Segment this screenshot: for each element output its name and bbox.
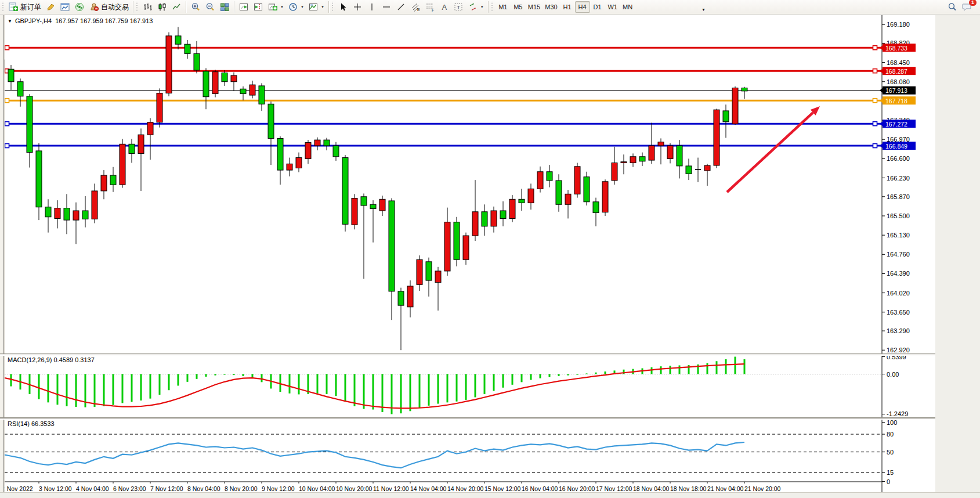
fibonacci-tool-button[interactable]: F — [423, 1, 437, 13]
new-chart-icon — [60, 2, 70, 12]
arrow-shapes-icon — [468, 2, 478, 12]
price-axis[interactable] — [882, 15, 935, 479]
line-chart-icon — [172, 2, 182, 12]
macd-indicator-label: MACD(12,26,9) 0.4589 0.3137 — [8, 356, 95, 363]
channel-tool-button[interactable]: E — [408, 1, 423, 13]
periods-clock-icon — [288, 2, 298, 12]
equidistant-channel-icon: E — [411, 2, 421, 12]
svg-text:E: E — [417, 8, 420, 12]
chat-button[interactable]: 1 — [960, 1, 974, 13]
toolbar-grip[interactable] — [136, 2, 139, 12]
chevron-down-icon: ▼ — [321, 5, 324, 9]
text-label-tool-button[interactable]: T — [451, 1, 466, 13]
hline-anchor-right[interactable] — [873, 46, 877, 50]
templates-button[interactable]: ▼ — [306, 1, 327, 13]
hline-anchor-left[interactable] — [5, 144, 9, 148]
zoom-out-button[interactable] — [203, 1, 218, 13]
toolbar-separator — [234, 1, 235, 13]
chart-shift-button[interactable] — [251, 1, 266, 13]
timeframe-h1[interactable]: H1 — [560, 1, 575, 13]
candlestick-chart-button[interactable] — [155, 1, 169, 13]
text-tool-button[interactable]: A — [437, 1, 451, 13]
shapes-tool-button[interactable]: ▼ — [466, 1, 486, 13]
autotrade-icon — [89, 2, 99, 12]
timeframe-mn[interactable]: MN — [620, 1, 635, 13]
toolbar-separator — [488, 1, 489, 13]
time-axis[interactable] — [5, 482, 882, 492]
new-order-button[interactable]: 新订单 — [6, 1, 44, 13]
candlestick-chart-icon — [157, 2, 167, 12]
hline-anchor-right[interactable] — [873, 69, 877, 73]
toolbar-grip[interactable] — [332, 2, 334, 12]
timeframe-m1[interactable]: M1 — [496, 1, 511, 13]
toolbar-separator — [328, 1, 330, 13]
hline-anchor-right[interactable] — [873, 144, 877, 148]
cursor-icon — [338, 2, 348, 12]
templates-icon — [309, 2, 319, 12]
indicators-button[interactable]: ▼ — [266, 1, 286, 13]
text-icon: A — [442, 3, 447, 12]
toolbar-grip[interactable] — [2, 2, 5, 12]
toolbar-overflow-icon[interactable]: ▼ — [701, 8, 706, 12]
indicators-icon — [268, 2, 278, 12]
signals-button[interactable] — [73, 1, 87, 13]
cursor-tool-button[interactable] — [336, 1, 350, 13]
new-chart-button[interactable] — [58, 1, 73, 13]
hline-anchor-left[interactable] — [5, 122, 9, 126]
timeframe-h4[interactable]: H4 — [575, 1, 590, 13]
chevron-down-icon: ▼ — [480, 5, 484, 9]
fibonacci-icon: F — [425, 2, 435, 12]
timeframe-w1[interactable]: W1 — [605, 1, 620, 13]
crosshair-icon — [353, 2, 363, 12]
chart-left-border — [0, 15, 5, 492]
hline-anchor-left[interactable] — [5, 46, 9, 50]
vertical-line-tool-button[interactable] — [365, 1, 379, 13]
tile-windows-button[interactable] — [218, 1, 232, 13]
svg-text:F: F — [432, 8, 434, 12]
notification-badge: 1 — [969, 0, 977, 6]
text-label-icon: T — [454, 2, 464, 12]
timeframe-m5[interactable]: M5 — [511, 1, 526, 13]
autotrade-label: 自动交易 — [101, 2, 129, 12]
trendline-tool-button[interactable] — [394, 1, 408, 13]
vertical-line-icon — [367, 2, 377, 12]
chart-window: 169.180168.820168.450168.080167.710167.3… — [0, 15, 980, 498]
horizontal-line-icon — [382, 2, 392, 12]
toolbar: 新订单 自动交易 — [0, 0, 980, 15]
zoom-in-icon — [191, 2, 201, 12]
chevron-down-icon: ▼ — [301, 5, 304, 9]
chart-title: ▼ GBPJPY-,H4 167.957 167.959 167.759 167… — [8, 17, 153, 24]
brush-button[interactable] — [44, 1, 58, 13]
hline-anchor-left[interactable] — [5, 99, 9, 103]
chevron-down-icon: ▼ — [280, 5, 284, 9]
hline-anchor-right[interactable] — [873, 122, 877, 126]
signals-icon — [75, 2, 85, 12]
zoom-in-button[interactable] — [189, 1, 203, 13]
timeframe-d1[interactable]: D1 — [590, 1, 605, 13]
autotrade-button[interactable]: 自动交易 — [87, 1, 131, 13]
periods-button[interactable]: ▼ — [286, 1, 306, 13]
auto-scroll-button[interactable] — [237, 1, 251, 13]
auto-scroll-icon — [239, 2, 249, 12]
line-chart-button[interactable] — [169, 1, 184, 13]
rsi-indicator-label: RSI(14) 66.3533 — [8, 420, 55, 427]
tile-windows-icon — [220, 2, 230, 12]
horizontal-line-tool-button[interactable] — [379, 1, 394, 13]
chart-canvas[interactable]: 169.180168.820168.450168.080167.710167.3… — [0, 15, 980, 498]
panel-separator-macd[interactable] — [0, 353, 935, 356]
search-icon — [948, 2, 957, 12]
toolbar-separator — [133, 1, 134, 13]
timeframe-m15[interactable]: M15 — [526, 1, 543, 13]
toolbar-grip[interactable] — [491, 2, 494, 12]
chart-shift-icon — [254, 2, 263, 12]
trendline-icon — [396, 2, 406, 12]
new-order-label: 新订单 — [20, 2, 41, 12]
crosshair-tool-button[interactable] — [350, 1, 365, 13]
search-button[interactable] — [945, 1, 960, 13]
brush-icon — [46, 2, 56, 12]
hline-anchor-right[interactable] — [873, 99, 877, 103]
panel-separator-rsi[interactable] — [0, 417, 935, 420]
bars-chart-button[interactable] — [140, 1, 155, 13]
collapse-triangle-icon[interactable]: ▼ — [8, 19, 12, 24]
timeframe-m30[interactable]: M30 — [543, 1, 559, 13]
